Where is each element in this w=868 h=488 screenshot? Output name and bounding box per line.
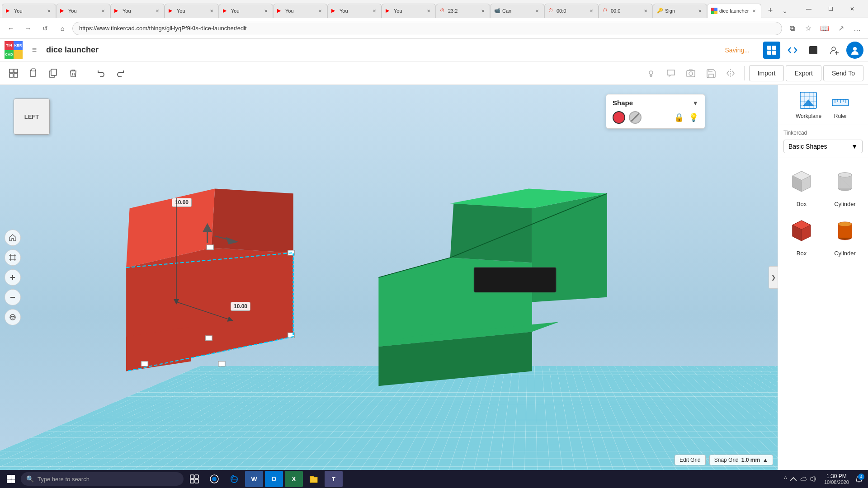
nav-fit-button[interactable] [5,249,21,266]
ruler-tool[interactable]: Ruler [830,90,850,119]
light-icon-button[interactable]: 💡 [689,113,698,122]
handle-top-right[interactable] [207,245,213,250]
delete-button[interactable] [64,64,82,82]
tab-close-3[interactable]: ✕ [154,8,160,14]
nav-home-button[interactable] [5,230,21,246]
new-shape-button[interactable] [5,64,23,82]
tray-expand-icon[interactable]: ^ [784,475,787,483]
clipboard-button[interactable] [24,64,42,82]
code-view-button[interactable] [784,42,801,59]
shapes-dropdown[interactable]: Basic Shapes ▼ [783,140,863,153]
import-button[interactable]: Import [749,65,784,81]
light-toggle-button[interactable] [642,64,660,82]
comment-button[interactable] [662,64,680,82]
notification-button[interactable]: 4 [853,473,865,485]
tab-close[interactable]: ✕ [46,8,52,14]
tab-close-5[interactable]: ✕ [263,8,269,14]
color-swatch-red[interactable] [613,111,625,124]
view-cube[interactable]: LEFT [14,99,50,135]
taskbar-search-bar[interactable]: 🔍 Type here to search [21,472,184,486]
nav-zoom-out-button[interactable] [5,289,21,305]
more-button[interactable]: … [850,21,864,36]
tab-sign[interactable]: 🔑 Sign ✕ [653,4,707,18]
url-bar[interactable] [72,22,782,35]
share-button[interactable]: ↗ [834,21,848,36]
tab-timer1[interactable]: ⏱ 23:2 ✕ [436,4,490,18]
refresh-button[interactable]: ↺ [38,21,52,36]
tab-yt3[interactable]: ▶ You ✕ [110,4,165,18]
taskbar-excel-icon[interactable]: X [285,471,303,487]
tab-overflow-button[interactable]: ⌄ [778,4,792,18]
taskbar-cortana-icon[interactable] [205,471,223,487]
tab-close-12[interactable]: ✕ [642,8,649,14]
export-button[interactable]: Export [786,65,821,81]
read-mode-button[interactable]: 📖 [817,21,832,36]
tab-close-7[interactable]: ✕ [371,8,377,14]
tab-close-13[interactable]: ✕ [697,8,703,14]
taskbar-outlook-icon[interactable]: O [265,471,283,487]
save-button[interactable] [702,64,720,82]
menu-icon-button[interactable]: ≡ [27,43,42,57]
shape-item-cylinder-grey[interactable]: Cylinder [827,165,863,207]
tab-close-8[interactable]: ✕ [425,8,432,14]
send-to-button[interactable]: Send To [823,65,863,81]
viewport[interactable]: LEFT [0,85,778,470]
handle-bottom-mid[interactable] [218,361,225,366]
shape-item-cylinder-orange[interactable]: Cylinder [827,215,863,257]
back-button[interactable]: ← [4,21,18,36]
taskbar-teams-icon[interactable]: T [325,471,343,487]
screenshot-button[interactable] [682,64,700,82]
tab-close-9[interactable]: ✕ [480,8,486,14]
workplane-tool[interactable]: Workplane [796,90,821,119]
tab-yt2[interactable]: ▶ You ✕ [56,4,110,18]
mirror-button[interactable] [722,64,740,82]
tab-close-6[interactable]: ✕ [317,8,323,14]
window-maximize-button[interactable]: ☐ [820,2,841,16]
system-clock[interactable]: 1:30 PM 10/08/2020 [822,473,851,485]
handle-bottom-left[interactable] [141,361,148,366]
tab-close-10[interactable]: ✕ [534,8,540,14]
undo-button[interactable] [92,64,110,82]
collapse-panel-button[interactable]: ❯ [769,266,778,289]
favorites-button[interactable]: ☆ [801,21,816,36]
lock-icon-button[interactable]: 🔒 [674,113,684,122]
shape-panel-dropdown-button[interactable]: ▼ [692,99,698,107]
dark-view-button[interactable] [805,42,822,59]
forward-button[interactable]: → [21,21,35,36]
copy-button[interactable] [44,64,62,82]
tab-timer3[interactable]: ⏱ 00:0 ✕ [599,4,653,18]
new-tab-button[interactable]: + [763,4,778,18]
tab-close-active[interactable]: ✕ [751,8,757,14]
tab-yt4[interactable]: ▶ You ✕ [165,4,219,18]
edit-grid-button[interactable]: Edit Grid [675,455,706,465]
tab-yt1[interactable]: ▶ You ✕ [2,4,56,18]
tab-timer2[interactable]: ⏱ 00:0 ✕ [544,4,599,18]
nav-orbit-button[interactable] [5,309,21,325]
window-minimize-button[interactable]: — [798,2,819,16]
tab-yt7[interactable]: ▶ You ✕ [327,4,382,18]
shape-item-box-red[interactable]: Box [783,215,820,257]
nav-zoom-in-button[interactable] [5,269,21,286]
tab-close-2[interactable]: ✕ [100,8,106,14]
view-cube-face[interactable]: LEFT [14,99,50,135]
start-button[interactable] [3,471,19,487]
handle-mid-right[interactable] [205,336,212,341]
window-close-button[interactable]: ✕ [842,2,863,16]
taskbar-word-icon[interactable]: W [245,471,263,487]
home-button[interactable]: ⌂ [55,21,70,36]
tab-yt6[interactable]: ▶ You ✕ [273,4,327,18]
task-view-button[interactable] [185,471,203,487]
snap-grid-control[interactable]: Snap Grid 1.0 mm ▲ [709,455,773,465]
tab-close-4[interactable]: ✕ [208,8,215,14]
tab-tinkercad[interactable]: dice launcher ✕ [707,4,761,18]
tab-yt8[interactable]: ▶ You ✕ [382,4,436,18]
tab-close-11[interactable]: ✕ [588,8,594,14]
taskbar-edge-icon[interactable] [225,471,243,487]
color-swatch-hole[interactable] [629,111,642,124]
grid-view-button[interactable] [763,42,780,59]
tab-yt5[interactable]: ▶ You ✕ [219,4,273,18]
profile-button[interactable] [846,42,863,59]
shape-item-box-grey[interactable]: Box [783,165,820,207]
tab-can[interactable]: 📹 Can ✕ [490,4,544,18]
redo-button[interactable] [112,64,130,82]
